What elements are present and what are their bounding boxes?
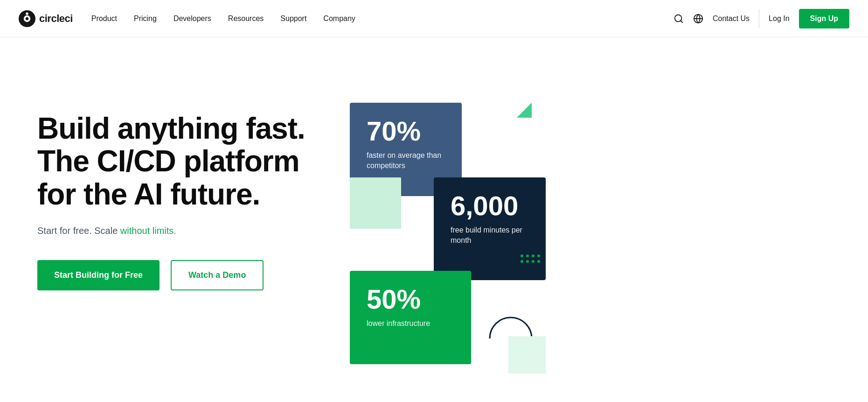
stat-number-50: 50% [367,286,454,313]
svg-line-5 [681,21,682,22]
hero-subtitle-highlight: without limits. [120,226,176,236]
hero-subtitle: Start for free. Scale without limits. [37,224,340,238]
dot-6 [526,260,529,263]
stat-card-6000: 6,000 free build minutes per month [434,177,546,280]
deco-mint-square-1 [350,177,401,229]
dot-4 [537,254,540,257]
dot-3 [532,254,535,257]
nav-links: Product Pricing Developers Resources Sup… [91,14,674,23]
signup-button[interactable]: Sign Up [799,9,849,28]
start-building-button[interactable]: Start Building for Free [37,260,160,290]
contact-us-link[interactable]: Contact Us [713,14,750,23]
dot-2 [526,254,529,257]
svg-point-2 [26,17,28,20]
nav-developers[interactable]: Developers [174,14,211,23]
nav-company[interactable]: Company [323,14,355,23]
logo-icon [19,10,35,27]
globe-button[interactable] [693,14,703,24]
login-button[interactable]: Log In [769,14,789,23]
dot-8 [537,260,540,263]
stat-label-50: lower infrastructure [367,318,454,329]
stat-number-6000: 6,000 [451,192,529,219]
deco-dots [521,254,541,264]
nav-divider [759,9,759,28]
stat-label-6000: free build minutes per month [451,225,529,246]
dot-1 [521,254,523,257]
hero-title: Build anything fast. The CI/CD platform … [37,112,340,211]
search-button[interactable] [674,14,684,24]
stat-label-70: faster on average than competitors [367,150,445,171]
nav-support[interactable]: Support [280,14,306,23]
stat-card-50: 50% lower infrastructure [350,271,471,364]
nav-pricing[interactable]: Pricing [134,14,157,23]
deco-triangle [517,103,532,118]
stat-number-70: 70% [367,118,445,145]
hero-section: Build anything fast. The CI/CD platform … [0,37,868,402]
nav-resources[interactable]: Resources [228,14,264,23]
deco-mint-square-2 [508,336,546,374]
navbar: circleci Product Pricing Developers Reso… [0,0,868,37]
hero-buttons: Start Building for Free Watch a Demo [37,260,340,290]
hero-content: Build anything fast. The CI/CD platform … [37,84,340,290]
watch-demo-button[interactable]: Watch a Demo [171,260,264,290]
svg-point-3 [26,12,28,14]
hero-stats: 70% faster on average than competitors 6… [340,75,546,402]
dot-7 [532,260,535,263]
logo[interactable]: circleci [19,10,73,27]
nav-right: Contact Us Log In Sign Up [674,9,849,28]
logo-text: circleci [39,13,73,25]
dot-5 [521,260,523,263]
search-icon [674,14,684,24]
nav-product[interactable]: Product [91,14,117,23]
globe-icon [693,14,703,24]
